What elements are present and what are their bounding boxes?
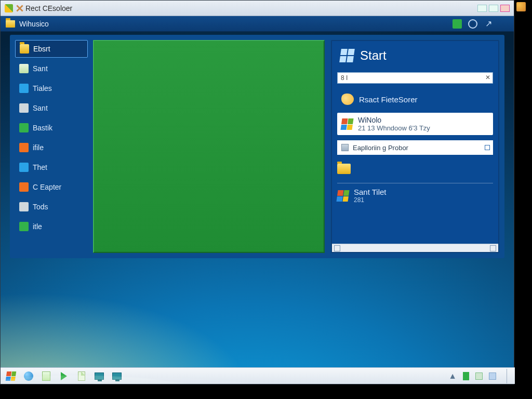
- sidebar-item-7[interactable]: C Eapter: [15, 178, 88, 196]
- sidebar-item-8[interactable]: Tods: [15, 198, 88, 216]
- breadcrumb[interactable]: Wihusico: [19, 20, 49, 28]
- start-title: Start: [360, 48, 387, 63]
- taskbar-media[interactable]: [59, 371, 69, 381]
- item-icon: [19, 222, 29, 231]
- item-icon: [19, 163, 29, 172]
- close-button[interactable]: [500, 5, 510, 12]
- start-folder-row[interactable]: [337, 160, 493, 178]
- doc-icon: [19, 64, 29, 73]
- taskbar-globe[interactable]: [23, 371, 34, 381]
- sidebar: Ebsrt Sant Tiales Sant Bastik ifile Thet…: [15, 40, 88, 253]
- item-icon: [19, 202, 29, 211]
- taskbar-page[interactable]: [76, 371, 87, 381]
- view-grid-icon[interactable]: [499, 19, 509, 29]
- app-icon-2: [16, 5, 23, 12]
- sidebar-item-4[interactable]: Bastik: [15, 119, 88, 137]
- sidebar-item-0[interactable]: Ebsrt: [15, 40, 88, 58]
- windows-flag-icon: [336, 190, 349, 202]
- cloud-icon: [341, 94, 354, 105]
- sidebar-label: Sant: [33, 104, 48, 112]
- app-icon: [5, 4, 13, 12]
- start-bottom-row[interactable]: Sant Tilet 281: [337, 188, 493, 204]
- sidebar-label: Thet: [33, 163, 47, 171]
- system-tray: ▲: [448, 369, 510, 383]
- sidebar-label: Ebsrt: [33, 45, 50, 53]
- leaf-icon[interactable]: [516, 2, 526, 11]
- settings-icon[interactable]: [468, 19, 477, 29]
- sidebar-item-2[interactable]: Tiales: [15, 79, 88, 97]
- start-search[interactable]: 8 I ✕: [337, 72, 493, 84]
- clear-icon[interactable]: ✕: [485, 74, 490, 81]
- action-icon-2[interactable]: ↗: [484, 19, 493, 29]
- bottom-line1: Sant Tilet: [354, 188, 387, 196]
- start-panel: Start 8 I ✕ Rsact FieteSorer WiNolo 21 1…: [331, 40, 499, 253]
- sidebar-label: ifile: [33, 143, 44, 152]
- windows-logo-icon: [339, 49, 355, 62]
- card-line2: 21 13 Whndoow 6'3 Tzy: [358, 124, 430, 132]
- sidebar-label: Bastik: [33, 124, 52, 132]
- bottom-line2: 281: [354, 196, 387, 204]
- item-icon: [19, 182, 29, 192]
- sidebar-item-3[interactable]: Sant: [15, 99, 88, 117]
- folder-icon: [6, 20, 15, 28]
- globe-icon: [24, 371, 33, 381]
- tray-up-icon[interactable]: ▲: [448, 371, 457, 381]
- maximize-button[interactable]: [489, 5, 498, 12]
- tray-icon-3[interactable]: [489, 373, 496, 380]
- show-desktop-button[interactable]: [507, 369, 510, 383]
- monitor-icon: [112, 373, 122, 380]
- start-button[interactable]: [6, 371, 16, 381]
- window-titlebar[interactable]: Rect CEsoloer: [1, 1, 514, 16]
- tray-icon-2[interactable]: [475, 373, 483, 380]
- minimize-button[interactable]: [477, 5, 487, 12]
- taskbar-sheet[interactable]: [41, 371, 51, 381]
- item-icon: [19, 143, 29, 152]
- sidebar-label: itle: [33, 222, 42, 231]
- start-row-1[interactable]: Rsact FieteSorer: [337, 90, 493, 109]
- list-icon: [341, 144, 349, 151]
- sidebar-label: Tiales: [33, 84, 52, 92]
- windows-flag-icon: [340, 118, 353, 130]
- sidebar-item-5[interactable]: ifile: [15, 139, 88, 156]
- monitor-icon: [95, 373, 104, 380]
- play-icon: [61, 372, 67, 380]
- spreadsheet-icon: [42, 371, 50, 381]
- sidebar-label: C Eapter: [33, 183, 61, 191]
- toolbar: Wihusico ↗: [1, 16, 514, 32]
- folder-icon: [20, 44, 29, 54]
- item-icon: [19, 123, 29, 132]
- item-icon: [19, 103, 29, 113]
- sidebar-item-9[interactable]: itle: [15, 218, 88, 235]
- folder-icon: [337, 164, 351, 174]
- desktop: Rect CEsoloer Wihusico ↗ Ebsrt Sant Tial…: [0, 0, 514, 384]
- workspace: Ebsrt Sant Tiales Sant Bastik ifile Thet…: [10, 35, 504, 258]
- window-title: Rect CEsoloer: [25, 4, 72, 12]
- divider: [337, 183, 493, 183]
- start-row-white[interactable]: Eaplloriin g Probor: [337, 140, 493, 155]
- taskbar-monitor[interactable]: [94, 371, 104, 381]
- sidebar-label: Sant: [33, 64, 48, 73]
- row-label: Rsact FieteSorer: [359, 95, 418, 104]
- document-icon: [78, 371, 85, 381]
- row-label: Eaplloriin g Probor: [353, 144, 408, 152]
- sidebar-item-1[interactable]: Sant: [15, 60, 88, 77]
- sidebar-label: Tods: [33, 203, 48, 211]
- sidebar-item-6[interactable]: Thet: [15, 158, 88, 176]
- card-line1: WiNolo: [358, 116, 430, 124]
- taskbar-monitor2[interactable]: [112, 371, 122, 381]
- action-icon-1[interactable]: [453, 19, 462, 29]
- content-pane[interactable]: [93, 40, 325, 253]
- taskbar: ▲: [1, 367, 515, 384]
- start-header: Start: [332, 41, 498, 70]
- start-card[interactable]: WiNolo 21 13 Whndoow 6'3 Tzy: [337, 113, 493, 135]
- checkbox-icon[interactable]: [485, 145, 490, 150]
- start-footer: [332, 244, 498, 252]
- app-icon: [19, 84, 29, 93]
- tray-icon-1[interactable]: [463, 372, 469, 380]
- search-placeholder: 8 I: [341, 74, 348, 82]
